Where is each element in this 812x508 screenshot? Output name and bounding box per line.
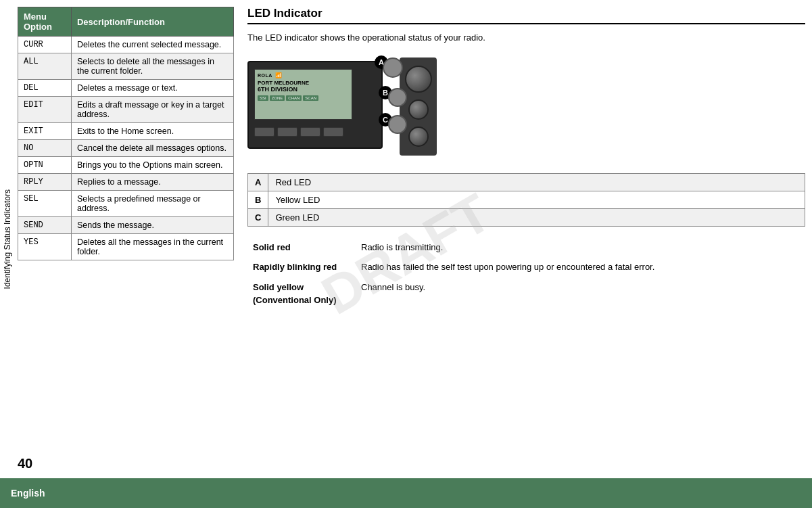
table-row: EDITEdits a draft message or key in a ta… [18,97,234,123]
led-table-row: CGreen LED [248,208,805,226]
radio-btn-4 [323,127,343,137]
menu-desc-cell: Exits to the Home screen. [71,123,233,140]
table-row: NOCancel the delete all messages options… [18,140,234,157]
table-row: SELSelects a predefined message or addre… [18,191,234,217]
table-row: SENDSends the message. [18,217,234,234]
col-header-description: Description/Function [71,7,233,37]
middle-knob [408,99,429,120]
led-key-cell: B [248,191,268,208]
knob-area [400,57,437,156]
led-desc-row: Solid redRadio is transmitting. [247,237,805,258]
menu-code-cell: CURR [18,37,72,53]
menu-code-cell: DEL [18,80,72,97]
led-table-row: BYellow LED [248,191,805,208]
menu-table-section: Menu Option Description/Function CURRDel… [18,7,234,471]
menu-code-cell: EDIT [18,97,72,123]
screen-line2: 6TH DIVISION [258,86,349,93]
main-content: Menu Option Description/Function CURRDel… [18,7,805,471]
led-description: The LED indicator shows the operational … [247,31,805,45]
radio-body: ROLA 📶 PORT MELBOURNE 6TH DIVISION SSIZO… [247,61,383,149]
table-row: RPLYReplies to a message. [18,174,234,191]
page-number: 40 [18,456,32,471]
led-def-cell: Radio is transmitting. [356,237,805,258]
menu-desc-cell: Selects to delete all the messages in th… [71,53,233,80]
screen-buttons: SSIZONECHANSCAN [258,95,349,101]
menu-desc-cell: Deletes the current selected message. [71,37,233,53]
table-row: EXITExits to the Home screen. [18,123,234,140]
radio-btn-1 [254,127,274,137]
menu-code-cell: RPLY [18,174,72,191]
col-header-menu-option: Menu Option [18,7,72,37]
language-label: English [11,488,45,499]
sidebar-label: Identifying Status Indicators [0,0,15,478]
screen-btn: SCAN [303,95,318,101]
menu-desc-cell: Edits a draft message or key in a target… [71,97,233,123]
menu-desc-cell: Replies to a message. [71,174,233,191]
led-desc-row: Solid yellow (Conventional Only)Channel … [247,277,805,310]
menu-code-cell: SEL [18,191,72,217]
led-label-cell: Red LED [268,173,805,191]
menu-desc-cell: Deletes a message or text. [71,80,233,97]
led-key-cell: C [248,208,268,226]
menu-desc-cell: Brings you to the Options main screen. [71,157,233,174]
led-indicator-table: ARed LEDBYellow LEDCGreen LED [247,173,805,227]
radio-screen: ROLA 📶 PORT MELBOURNE 6TH DIVISION SSIZO… [254,69,352,120]
led-term-cell: Solid yellow (Conventional Only) [247,277,356,310]
led-circle-b [388,88,407,107]
screen-btn: SSI [258,95,268,101]
led-section: LED Indicator The LED indicator shows th… [247,7,805,471]
table-row: DELDeletes a message or text. [18,80,234,97]
radio-btn-2 [277,127,297,137]
menu-code-cell: NO [18,140,72,157]
menu-desc-cell: Selects a predefined message or address. [71,191,233,217]
table-row: CURRDeletes the current selected message… [18,37,234,53]
led-def-cell: Channel is busy. [356,277,805,310]
screen-btn: ZONE [270,95,285,101]
led-label-cell: Yellow LED [268,191,805,208]
table-row: OPTNBrings you to the Options main scree… [18,157,234,174]
bottom-knob [408,126,429,147]
led-title: LED Indicator [247,7,805,24]
table-row: ALLSelects to delete all the messages in… [18,53,234,80]
menu-code-cell: EXIT [18,123,72,140]
radio-diagram: ROLA 📶 PORT MELBOURNE 6TH DIVISION SSIZO… [247,54,437,162]
menu-code-cell: ALL [18,53,72,80]
bottom-bar: English [0,478,812,508]
radio-button-row [254,127,343,137]
led-label-cell: Green LED [268,208,805,226]
led-term-cell: Solid red [247,237,356,258]
table-row: YESDeletes all the messages in the curre… [18,234,234,260]
signal-icon: 📶 [275,72,282,78]
menu-desc-cell: Sends the message. [71,217,233,234]
led-term-cell: Rapidly blinking red [247,257,356,277]
screen-btn: CHAN [286,95,302,101]
led-desc-table: Solid redRadio is transmitting.Rapidly b… [247,237,805,310]
menu-desc-cell: Cancel the delete all messages options. [71,140,233,157]
menu-code-cell: OPTN [18,157,72,174]
led-circle-c [388,115,407,134]
led-circle-a [383,57,403,78]
top-knob [405,66,432,93]
menu-code-cell: YES [18,234,72,260]
menu-desc-cell: Deletes all the messages in the current … [71,234,233,260]
menu-option-table: Menu Option Description/Function CURRDel… [18,7,234,260]
led-desc-row: Rapidly blinking redRadio has failed the… [247,257,805,277]
led-def-cell: Radio has failed the self test upon powe… [356,257,805,277]
led-key-cell: A [248,173,268,191]
screen-line1: PORT MELBOURNE [258,80,349,86]
menu-code-cell: SEND [18,217,72,234]
led-table-row: ARed LED [248,173,805,191]
brand-logo: ROLA [258,73,272,78]
radio-btn-3 [300,127,320,137]
